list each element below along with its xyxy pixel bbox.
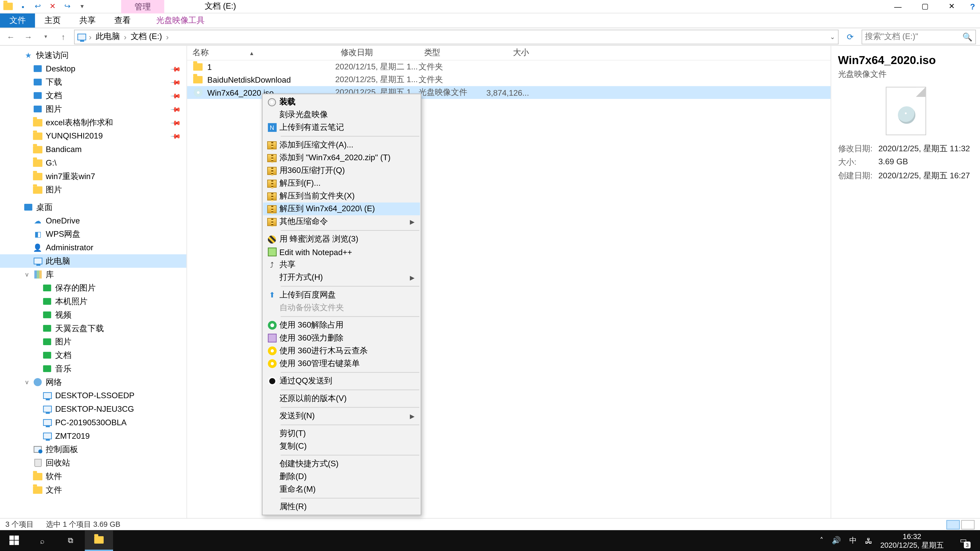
nav-item[interactable]: 下载📌: [0, 75, 186, 89]
nav-item[interactable]: win7重装win7: [0, 170, 186, 183]
menu-item[interactable]: 解压到 Win7x64_2020\ (E): [263, 203, 420, 215]
nav-item[interactable]: 控制面板: [0, 443, 186, 456]
close-button[interactable]: ✕: [938, 0, 965, 13]
menu-item[interactable]: N上传到有道云笔记: [263, 121, 420, 134]
view-large-button[interactable]: [961, 519, 975, 529]
file-row[interactable]: BaiduNetdiskDownload2020/12/25, 星期五 1...…: [187, 73, 830, 86]
menu-item[interactable]: 刻录光盘映像: [263, 108, 420, 121]
crumb-0[interactable]: 此电脑: [94, 31, 121, 42]
nav-item[interactable]: 回收站: [0, 456, 186, 470]
col-type[interactable]: 类型: [418, 47, 486, 59]
menu-item[interactable]: 添加到压缩文件(A)...: [263, 138, 420, 151]
menu-item[interactable]: 使用 360强力删除: [263, 332, 420, 345]
col-size[interactable]: 大小: [486, 47, 535, 59]
menu-item[interactable]: 还原以前的版本(V): [263, 392, 420, 405]
tray-clock[interactable]: 16:32 2020/12/25, 星期五: [880, 532, 943, 549]
maximize-button[interactable]: ▢: [912, 0, 938, 13]
nav-item[interactable]: 文档: [0, 348, 186, 362]
nav-item[interactable]: ◧WPS网盘: [0, 227, 186, 241]
menu-item[interactable]: 装载: [263, 96, 420, 108]
menu-item[interactable]: 其他压缩命令▶: [263, 215, 420, 228]
qat-undo[interactable]: ↩: [31, 0, 45, 12]
nav-item[interactable]: 文档📌: [0, 89, 186, 102]
refresh-button[interactable]: ⟳: [843, 29, 858, 44]
nav-item[interactable]: ★快速访问: [0, 48, 186, 62]
menu-item[interactable]: 剪切(T): [263, 427, 420, 440]
menu-item[interactable]: 添加到 "Win7x64_2020.zip" (T): [263, 151, 420, 164]
taskbar-taskview[interactable]: ⧉: [57, 530, 85, 551]
nav-item[interactable]: 保存的图片: [0, 281, 186, 295]
ribbon-file[interactable]: 文件: [0, 14, 35, 27]
menu-item[interactable]: 使用 360管理右键菜单: [263, 357, 420, 370]
nav-up[interactable]: ↑: [57, 30, 70, 43]
minimize-button[interactable]: —: [884, 0, 911, 13]
tray-notifications[interactable]: ▭ 3: [952, 530, 975, 551]
nav-history-dropdown[interactable]: ▾: [39, 30, 52, 43]
taskbar-explorer[interactable]: [85, 530, 113, 551]
col-name[interactable]: 名称▲: [187, 47, 335, 59]
nav-item[interactable]: 👤Administrator: [0, 241, 186, 254]
nav-item[interactable]: ☁OneDrive: [0, 214, 186, 227]
start-button[interactable]: [0, 530, 28, 551]
nav-item[interactable]: YUNQISHI2019📌: [0, 129, 186, 143]
menu-item[interactable]: 解压到当前文件夹(X): [263, 190, 420, 203]
nav-back[interactable]: ←: [4, 30, 18, 43]
nav-item[interactable]: DESKTOP-LSSOEDP: [0, 389, 186, 402]
nav-item[interactable]: 天翼云盘下载: [0, 322, 186, 335]
qat-dropdown[interactable]: ▼: [75, 0, 89, 12]
menu-item[interactable]: 用 蜂蜜浏览器 浏览(3): [263, 233, 420, 246]
taskbar-search[interactable]: ⌕: [28, 530, 57, 551]
menu-item[interactable]: 复制(C): [263, 440, 420, 453]
file-row[interactable]: 12020/12/15, 星期二 1...文件夹: [187, 60, 830, 73]
menu-item[interactable]: ⤴共享: [263, 259, 420, 271]
nav-item[interactable]: PC-20190530OBLA: [0, 416, 186, 429]
tray-volume-icon[interactable]: 🔊: [832, 536, 841, 545]
menu-item[interactable]: 属性(R): [263, 500, 420, 513]
menu-item[interactable]: 解压到(F)...: [263, 177, 420, 190]
nav-item[interactable]: 此电脑: [0, 254, 186, 268]
menu-item[interactable]: 创建快捷方式(S): [263, 457, 420, 470]
nav-item[interactable]: v库: [0, 268, 186, 281]
menu-item[interactable]: 重命名(M): [263, 483, 420, 496]
menu-item[interactable]: ⬆上传到百度网盘: [263, 289, 420, 301]
nav-item[interactable]: 图片: [0, 335, 186, 348]
menu-item[interactable]: 打开方式(H)▶: [263, 271, 420, 284]
menu-item[interactable]: 通过QQ发送到: [263, 375, 420, 387]
address-dropdown[interactable]: ⌄: [830, 33, 835, 40]
nav-item[interactable]: Desktop📌: [0, 62, 186, 76]
address-bar[interactable]: › 此电脑 › 文档 (E:) › ⌄: [74, 29, 838, 44]
tray-network-icon[interactable]: 🖧: [865, 537, 872, 545]
nav-item[interactable]: v网络: [0, 375, 186, 389]
tray-ime[interactable]: 中: [850, 535, 857, 546]
menu-item[interactable]: 使用 360进行木马云查杀: [263, 345, 420, 357]
menu-item[interactable]: 用360压缩打开(Q): [263, 164, 420, 177]
nav-item[interactable]: excel表格制作求和📌: [0, 116, 186, 129]
expand-icon[interactable]: v: [23, 379, 31, 386]
ribbon-home[interactable]: 主页: [35, 14, 70, 27]
qat-app-icon[interactable]: [1, 0, 15, 12]
nav-item[interactable]: DESKTOP-NJEU3CG: [0, 402, 186, 416]
nav-item[interactable]: ZMT2019: [0, 429, 186, 443]
menu-item[interactable]: 使用 360解除占用: [263, 319, 420, 332]
nav-item[interactable]: 视频: [0, 308, 186, 322]
ribbon-context-tool[interactable]: 光盘映像工具: [147, 14, 214, 27]
nav-item[interactable]: 图片📌: [0, 102, 186, 116]
nav-item[interactable]: 文件: [0, 483, 186, 497]
nav-item[interactable]: 图片: [0, 183, 186, 197]
menu-item[interactable]: 发送到(N)▶: [263, 410, 420, 422]
expand-icon[interactable]: v: [23, 271, 31, 278]
nav-item[interactable]: 桌面: [0, 200, 186, 214]
crumb-1[interactable]: 文档 (E:): [129, 31, 163, 42]
tray-chevron-icon[interactable]: ˄: [820, 536, 824, 545]
ribbon-share[interactable]: 共享: [70, 14, 105, 27]
nav-item[interactable]: 本机照片: [0, 295, 186, 308]
nav-item[interactable]: Bandicam: [0, 143, 186, 156]
col-modified[interactable]: 修改日期: [335, 47, 418, 59]
help-button[interactable]: ?: [965, 0, 980, 13]
menu-item[interactable]: 删除(D): [263, 470, 420, 483]
qat-delete[interactable]: ✕: [46, 0, 59, 12]
nav-item[interactable]: 软件: [0, 470, 186, 483]
ribbon-view[interactable]: 查看: [105, 14, 140, 27]
view-details-button[interactable]: [946, 519, 960, 529]
nav-item[interactable]: G:\: [0, 156, 186, 170]
